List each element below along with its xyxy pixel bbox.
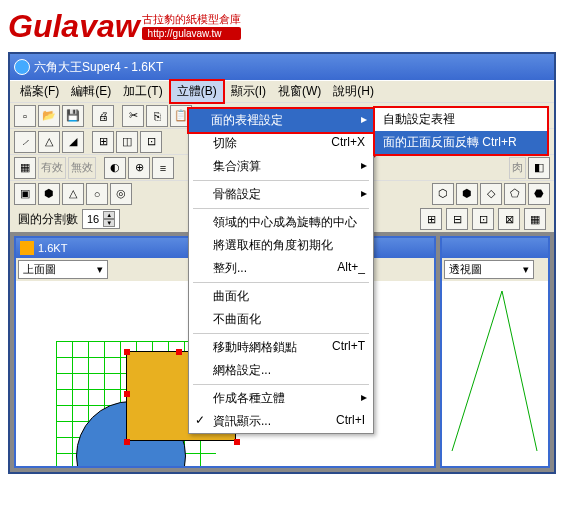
svg-line-0	[452, 291, 502, 451]
menu-display[interactable]: 顯示(I)	[225, 81, 272, 102]
perspective-wireframe	[442, 281, 542, 461]
tool-b3[interactable]: ≡	[152, 157, 174, 179]
handle[interactable]	[124, 439, 130, 445]
menu-file[interactable]: 檔案(F)	[14, 81, 65, 102]
tool-a4[interactable]: ⊞	[92, 131, 114, 153]
submenu-arrow-icon: ▸	[361, 158, 367, 172]
prim-r5[interactable]: ⬣	[528, 183, 550, 205]
menu-process[interactable]: 加工(T)	[117, 81, 168, 102]
menu-separator	[193, 333, 369, 334]
view-r1[interactable]: ⊞	[420, 208, 442, 230]
view-r2[interactable]: ⊟	[446, 208, 468, 230]
menu-separator	[193, 384, 369, 385]
copy-button[interactable]: ⎘	[146, 105, 168, 127]
view-r5[interactable]: ▦	[524, 208, 546, 230]
doc-icon	[20, 241, 34, 255]
tool-b1[interactable]: ◐	[104, 157, 126, 179]
menu-edit[interactable]: 編輯(E)	[65, 81, 117, 102]
app-icon	[14, 59, 30, 75]
menu-separator	[193, 282, 369, 283]
tool-a3[interactable]: ◢	[62, 131, 84, 153]
menu-bone[interactable]: 骨骼設定▸	[189, 183, 373, 206]
left-view-select[interactable]: 上面圖▾	[18, 260, 108, 279]
cut-button[interactable]: ✂	[122, 105, 144, 127]
menu-create-solids[interactable]: 作成各種立體▸	[189, 387, 373, 410]
menu-solid[interactable]: 立體(B)	[169, 79, 225, 104]
menu-curve[interactable]: 曲面化	[189, 285, 373, 308]
spin-down[interactable]: ▼	[103, 219, 115, 227]
solid-menu: 面的表裡設定▸ 切除Ctrl+X 集合演算▸ 骨骼設定▸ 領域的中心成為旋轉的中…	[188, 108, 374, 434]
logo-url: http://gulavaw.tw	[142, 27, 241, 40]
prim-r3[interactable]: ◇	[480, 183, 502, 205]
toggle-grid[interactable]: ▦	[14, 157, 36, 179]
tool-b2[interactable]: ⊕	[128, 157, 150, 179]
chevron-down-icon: ▾	[523, 263, 529, 276]
menu-center[interactable]: 領域的中心成為旋轉的中心	[189, 211, 373, 234]
menu-separator	[193, 180, 369, 181]
face-submenu: 自動設定表裡 面的正面反面反轉 Ctrl+R	[373, 106, 549, 156]
submenu-flip-face[interactable]: 面的正面反面反轉 Ctrl+R	[375, 131, 547, 154]
logo-tagline: 古拉豹的紙模型倉庫	[142, 12, 241, 27]
menu-boolean[interactable]: 集合演算▸	[189, 155, 373, 178]
chevron-down-icon: ▾	[97, 263, 103, 276]
prim-cylinder[interactable]: ⬢	[38, 183, 60, 205]
segment-label: 圓的分割數	[18, 211, 78, 228]
save-button[interactable]: 💾	[62, 105, 84, 127]
check-icon: ✓	[195, 413, 205, 427]
view-r4[interactable]: ⊠	[498, 208, 520, 230]
menu-window[interactable]: 視窗(W)	[272, 81, 327, 102]
submenu-arrow-icon: ▸	[361, 112, 367, 126]
menu-align[interactable]: 整列...Alt+_	[189, 257, 373, 280]
label-valid: 有效	[38, 157, 66, 179]
menu-snap[interactable]: 移動時網格鎖點Ctrl+T	[189, 336, 373, 359]
svg-line-1	[502, 291, 537, 451]
new-button[interactable]: ▫	[14, 105, 36, 127]
right-view-select[interactable]: 透視圖▾	[444, 260, 534, 279]
handle[interactable]	[124, 391, 130, 397]
prim-cube[interactable]: ▣	[14, 183, 36, 205]
print-button[interactable]: 🖨	[92, 105, 114, 127]
menu-grid-settings[interactable]: 網格設定...	[189, 359, 373, 382]
submenu-arrow-icon: ▸	[361, 390, 367, 404]
tool-a6[interactable]: ⊡	[140, 131, 162, 153]
spin-up[interactable]: ▲	[103, 211, 115, 219]
right-panel: 透視圖▾	[440, 236, 550, 468]
prim-r2[interactable]: ⬢	[456, 183, 478, 205]
menubar: 檔案(F) 編輯(E) 加工(T) 立體(B) 顯示(I) 視窗(W) 說明(H…	[10, 80, 554, 102]
submenu-auto-face[interactable]: 自動設定表裡	[375, 108, 547, 131]
menu-separator	[193, 208, 369, 209]
tool-b4[interactable]: ◧	[528, 157, 550, 179]
right-canvas[interactable]	[442, 281, 548, 466]
label-flesh: 肉	[509, 157, 526, 179]
view-r3[interactable]: ⊡	[472, 208, 494, 230]
menu-face-setting[interactable]: 面的表裡設定▸	[187, 107, 375, 134]
logo-banner: Gulavaw 古拉豹的紙模型倉庫 http://gulavaw.tw	[0, 0, 564, 52]
logo-text: Gulavaw	[8, 8, 140, 45]
submenu-arrow-icon: ▸	[361, 186, 367, 200]
menu-help[interactable]: 說明(H)	[327, 81, 380, 102]
prim-torus[interactable]: ◎	[110, 183, 132, 205]
label-invalid: 無效	[68, 157, 96, 179]
open-button[interactable]: 📂	[38, 105, 60, 127]
handle[interactable]	[124, 349, 130, 355]
titlebar: 六角大王Super4 - 1.6KT	[10, 54, 554, 80]
menu-info[interactable]: ✓資訊顯示...Ctrl+I	[189, 410, 373, 433]
prim-r4[interactable]: ⬠	[504, 183, 526, 205]
tool-a2[interactable]: △	[38, 131, 60, 153]
segment-spinner[interactable]: 16 ▲ ▼	[82, 209, 120, 229]
menu-reset-angle[interactable]: 將選取框的角度初期化	[189, 234, 373, 257]
tool-a5[interactable]: ◫	[116, 131, 138, 153]
right-panel-title	[442, 238, 548, 258]
handle[interactable]	[234, 439, 240, 445]
tool-a1[interactable]: ⟋	[14, 131, 36, 153]
menu-cut[interactable]: 切除Ctrl+X	[189, 132, 373, 155]
menu-uncurve[interactable]: 不曲面化	[189, 308, 373, 331]
handle[interactable]	[176, 349, 182, 355]
prim-cone[interactable]: △	[62, 183, 84, 205]
window-title: 六角大王Super4 - 1.6KT	[34, 59, 163, 76]
prim-sphere[interactable]: ○	[86, 183, 108, 205]
prim-r1[interactable]: ⬡	[432, 183, 454, 205]
